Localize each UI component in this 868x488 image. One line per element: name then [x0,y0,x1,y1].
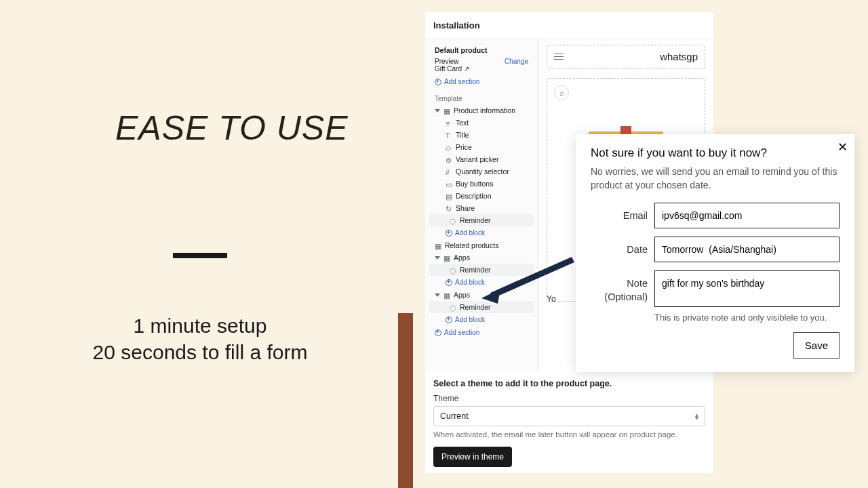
note-label: Note (Optional) [591,270,648,304]
stepper-icon: ▴▾ [695,413,698,420]
close-icon[interactable]: ✕ [837,140,848,155]
subcopy-line1: 1 minute setup [27,312,373,339]
theme-section: Select a theme to add it to the product … [425,371,713,467]
save-button[interactable]: Save [793,332,840,359]
private-note-text: This is private note and only visiblele … [654,312,840,323]
panel-title: Installation [425,12,713,37]
truncated-text: Yo [547,294,556,304]
add-section-link-2[interactable]: Add section [425,326,538,339]
email-label: Email [591,203,648,223]
change-link[interactable]: Change [505,58,528,65]
tree-apps-1[interactable]: ▦Apps [425,251,538,264]
plus-icon [446,317,452,323]
reminder-popup: ✕ Not sure if you want to buy it now? No… [576,134,854,372]
tree-qty[interactable]: #Quantity selector [425,165,538,178]
chevron-down-icon [435,256,440,260]
plus-icon [446,230,452,237]
tree-title[interactable]: TTitle [425,129,538,141]
marketing-copy: EASE TO USE 1 minute setup 20 seconds to… [0,0,400,488]
tree-variant[interactable]: ⊚Variant picker [425,153,538,165]
theme-label: Theme [433,394,705,403]
tree-desc[interactable]: ▤Description [425,190,538,202]
tree-product-info[interactable]: ▦Product information [425,104,538,117]
tree-apps-2[interactable]: ▦Apps [425,289,538,301]
add-block-link-3[interactable]: Add block [425,313,538,326]
tree-price[interactable]: ◇Price [425,141,538,153]
tree-buy[interactable]: ▭Buy buttons [425,178,538,190]
popup-description: No worries, we will send you an email to… [591,165,840,192]
theme-caption: When activated, the email me later butto… [433,430,705,439]
shop-title: whatsgp [660,51,698,62]
chevron-down-icon [435,109,440,113]
tree-reminder-3[interactable]: ◌Reminder [429,301,534,313]
shop-header: whatsgp [547,45,705,68]
tree-share[interactable]: ↻Share [425,202,538,214]
accent-bar [398,313,413,488]
plus-icon [435,329,441,336]
subcopy-line2: 20 seconds to fill a form [27,339,373,365]
headline: EASE TO USE [115,108,373,148]
hamburger-icon[interactable] [554,52,564,62]
plus-icon [446,279,452,286]
default-product-label: Default product [425,43,538,56]
subcopy: 1 minute setup 20 seconds to fill a form [27,312,373,365]
tree-reminder-2[interactable]: ◌Reminder [429,264,534,276]
preview-label: Preview [435,58,459,65]
tree-text[interactable]: ≡Text [425,117,538,129]
tree-reminder-1[interactable]: ◌Reminder [429,214,534,226]
template-label: Template [425,88,538,104]
add-section-link[interactable]: Add section [425,75,538,88]
theme-editor-sidebar: Default product Preview Change Gift Card… [425,39,538,371]
add-block-link-1[interactable]: Add block [425,226,538,239]
date-field[interactable] [654,237,840,262]
theme-instruction: Select a theme to add it to the product … [433,379,705,388]
note-field[interactable] [654,270,840,307]
chevron-down-icon [435,293,440,297]
theme-select[interactable]: Current ▴▾ [433,406,705,426]
search-icon[interactable]: ⌕ [554,85,569,100]
email-field[interactable] [654,203,840,228]
date-label: Date [591,237,648,257]
add-block-link-2[interactable]: Add block [425,276,538,289]
divider [173,253,227,258]
theme-value: Current [440,411,469,421]
preview-theme-button[interactable]: Preview in theme [433,447,512,467]
popup-title: Not sure if you want to buy it now? [591,146,840,160]
plus-icon [435,79,441,85]
tree-related[interactable]: ▦Related products [425,239,538,251]
gift-card-link[interactable]: Gift Card ↗ [425,65,538,75]
